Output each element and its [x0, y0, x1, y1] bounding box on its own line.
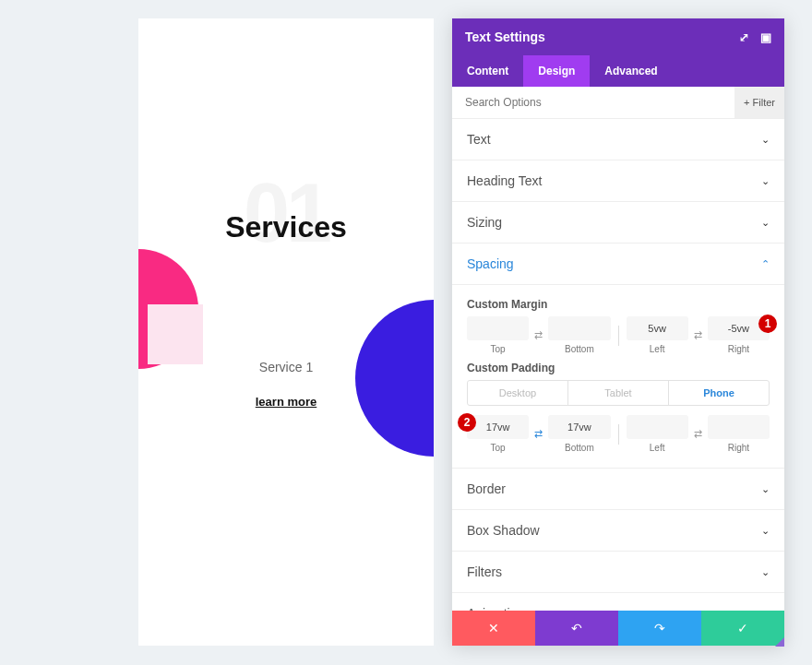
- chevron-down-icon: ⌄: [761, 134, 770, 146]
- padding-left-input[interactable]: [627, 415, 688, 439]
- link-icon[interactable]: ⇄: [692, 428, 704, 440]
- link-icon[interactable]: ⇄: [532, 329, 544, 341]
- redo-button[interactable]: ↷: [618, 611, 701, 646]
- learn-more-link[interactable]: learn more: [256, 395, 316, 409]
- padding-top-input[interactable]: [467, 415, 529, 439]
- panel-body[interactable]: Text⌄ Heading Text⌄ Sizing⌄ Spacing⌃ Cus…: [452, 119, 784, 611]
- link-icon[interactable]: ⇄: [532, 428, 544, 440]
- section-animation[interactable]: Animation⌄: [452, 593, 784, 611]
- section-heading-text[interactable]: Heading Text⌄: [452, 160, 784, 202]
- annotation-1: 1: [758, 315, 777, 333]
- custom-padding-label: Custom Padding: [467, 362, 770, 374]
- dock-icon[interactable]: ▣: [760, 30, 771, 44]
- margin-top-input[interactable]: [467, 316, 529, 340]
- panel-tabs: Content Design Advanced: [452, 55, 784, 87]
- chevron-down-icon: ⌄: [761, 525, 770, 537]
- save-button[interactable]: ✓: [701, 611, 784, 646]
- section-box-shadow[interactable]: Box Shadow⌄: [452, 510, 784, 552]
- panel-footer: ✕ ↶ ↷ ✓: [452, 611, 784, 646]
- link-icon[interactable]: ⇄: [692, 329, 704, 341]
- undo-button[interactable]: ↶: [535, 611, 618, 646]
- chevron-down-icon: ⌄: [761, 566, 770, 578]
- margin-inputs: Top ⇄ Bottom Left ⇄ Right 1: [467, 316, 770, 354]
- chevron-down-icon: ⌄: [761, 175, 770, 187]
- tab-advanced[interactable]: Advanced: [590, 55, 672, 87]
- preview-canvas: 01 Services Service 1 learn more: [138, 18, 434, 646]
- custom-margin-label: Custom Margin: [467, 298, 770, 311]
- device-desktop[interactable]: Desktop: [468, 381, 567, 405]
- panel-header: Text Settings ⤢ ▣: [452, 18, 784, 55]
- expand-icon[interactable]: ⤢: [739, 30, 749, 44]
- chevron-down-icon: ⌄: [761, 483, 770, 495]
- resize-handle-icon[interactable]: [775, 637, 784, 647]
- margin-left-input[interactable]: [627, 316, 688, 340]
- tab-design[interactable]: Design: [523, 55, 590, 87]
- chevron-down-icon: ⌄: [761, 217, 770, 229]
- filter-button[interactable]: + Filter: [734, 87, 784, 118]
- chevron-up-icon: ⌃: [761, 258, 770, 270]
- filter-label: Filter: [753, 97, 775, 108]
- pink-square-shape: [148, 304, 203, 364]
- section-border[interactable]: Border⌄: [452, 469, 784, 510]
- spacing-body: Custom Margin Top ⇄ Bottom Left ⇄ Right …: [452, 285, 784, 469]
- settings-panel: Text Settings ⤢ ▣ Content Design Advance…: [452, 18, 784, 646]
- annotation-2: 2: [458, 413, 476, 432]
- panel-title: Text Settings: [465, 30, 545, 44]
- section-sizing[interactable]: Sizing⌄: [452, 202, 784, 243]
- blue-circle-shape: [355, 300, 434, 457]
- search-row: + Filter: [452, 87, 784, 119]
- tab-content[interactable]: Content: [452, 55, 523, 87]
- services-heading: Services: [225, 210, 347, 244]
- section-spacing[interactable]: Spacing⌃: [452, 243, 784, 285]
- search-input[interactable]: [452, 87, 734, 118]
- service-item-label: Service 1: [259, 360, 313, 374]
- padding-right-input[interactable]: [708, 415, 770, 439]
- divider: [618, 424, 619, 445]
- device-tabs: Desktop Tablet Phone: [467, 380, 770, 406]
- device-phone[interactable]: Phone: [668, 381, 769, 405]
- close-button[interactable]: ✕: [452, 611, 535, 646]
- padding-inputs: 2 Top ⇄ Bottom Left ⇄ Right: [467, 415, 770, 453]
- padding-bottom-input[interactable]: [548, 415, 610, 439]
- device-tablet[interactable]: Tablet: [567, 381, 668, 405]
- margin-bottom-input[interactable]: [548, 316, 610, 340]
- section-text[interactable]: Text⌄: [452, 119, 784, 160]
- divider: [618, 326, 619, 346]
- section-filters[interactable]: Filters⌄: [452, 552, 784, 593]
